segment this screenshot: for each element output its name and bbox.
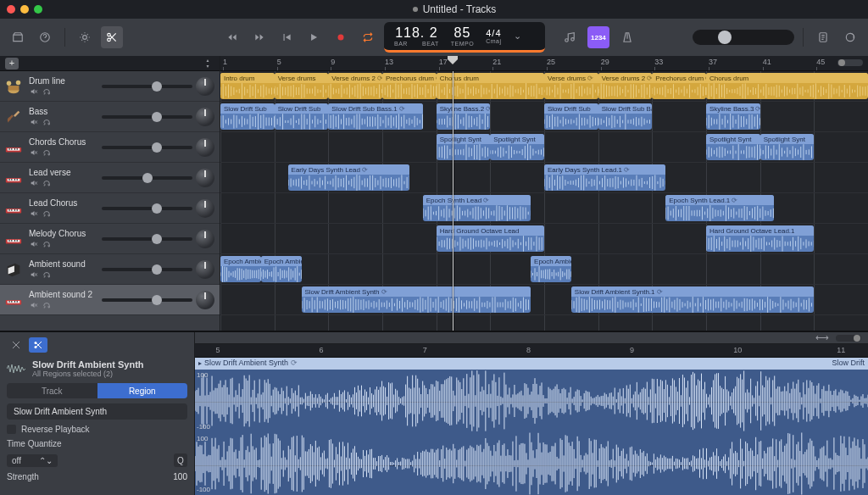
- editor-region-strip[interactable]: ▸Slow Drift Ambient Synth⟳ Slow Drift: [195, 358, 868, 370]
- audio-region[interactable]: Intro drum: [220, 73, 275, 99]
- audio-region[interactable]: Verse drums: [275, 73, 329, 99]
- track-lane[interactable]: Slow Drift Ambient Synth⟳Slow Drift Ambi…: [220, 285, 868, 315]
- record-button[interactable]: [331, 28, 350, 47]
- playhead-marker[interactable]: [448, 56, 458, 64]
- audio-region[interactable]: Slow Drift Ambient Synth.1⟳: [571, 286, 815, 313]
- audio-region[interactable]: Prechorus drum⟳: [652, 73, 706, 99]
- chevron-down-icon[interactable]: ⌄: [514, 31, 521, 42]
- loops-button[interactable]: [839, 26, 861, 48]
- strength-value[interactable]: 100: [173, 472, 187, 481]
- track-row[interactable]: Ambient sound: [0, 254, 220, 285]
- cycle-button[interactable]: [359, 28, 377, 47]
- track-row[interactable]: Melody Chorus: [0, 224, 220, 254]
- track-volume-slider[interactable]: [102, 85, 192, 88]
- track-row[interactable]: Lead Chorus: [0, 193, 220, 224]
- track-lane[interactable]: Early Days Synth Lead⟳Early Days Synth L…: [220, 163, 868, 193]
- headphones-button[interactable]: [42, 148, 52, 158]
- forward-button[interactable]: [250, 28, 269, 47]
- track-pan-knob[interactable]: [196, 291, 214, 309]
- editor-waveform[interactable]: 100 -100 100 -100: [195, 370, 868, 495]
- audio-region[interactable]: Epoch Ambien: [531, 256, 571, 282]
- mute-button[interactable]: [29, 179, 39, 188]
- mute-button[interactable]: [29, 118, 39, 127]
- track-row[interactable]: Bass: [0, 102, 220, 132]
- track-filter-button[interactable]: [201, 58, 214, 70]
- quantize-select[interactable]: off⌃⌄: [7, 454, 58, 467]
- track-pan-knob[interactable]: [196, 169, 214, 187]
- audio-region[interactable]: Prechorus drum⟳: [382, 73, 437, 99]
- scissors-button[interactable]: [101, 26, 123, 48]
- track-volume-slider[interactable]: [102, 207, 192, 210]
- audio-region[interactable]: Spotlight Synt: [760, 134, 815, 160]
- track-lane[interactable]: Epoch AmbienEpoch AmbienEpoch Ambien: [220, 254, 868, 285]
- timeline-ruler[interactable]: 159131721252933374145: [220, 56, 868, 71]
- audio-region[interactable]: Early Days Synth Lead.1⟳: [544, 164, 665, 191]
- mute-button[interactable]: [29, 270, 39, 280]
- audio-region[interactable]: Slow Drift Sub: [220, 103, 275, 130]
- track-lane[interactable]: Spotlight SyntSpotlight SyntSpotlight Sy…: [220, 132, 868, 163]
- headphones-button[interactable]: [42, 87, 52, 97]
- horizontal-zoom[interactable]: [837, 59, 863, 66]
- track-volume-slider[interactable]: [102, 298, 192, 302]
- track-row[interactable]: Chords Chorus: [0, 132, 220, 163]
- minimize-icon[interactable]: [20, 5, 29, 14]
- audio-region[interactable]: Spotlight Synt: [706, 134, 760, 160]
- mute-button[interactable]: [29, 240, 39, 249]
- audio-region[interactable]: Hard Ground Octave Lead.1: [706, 225, 814, 252]
- audio-region[interactable]: Chorus drum: [706, 73, 868, 99]
- audio-region[interactable]: Skyline Bass.2⟳: [437, 103, 491, 130]
- track-volume-slider[interactable]: [102, 268, 192, 271]
- reverse-playback-checkbox[interactable]: Reverse Playback: [7, 425, 187, 434]
- track-pan-knob[interactable]: [196, 108, 214, 126]
- help-button[interactable]: [34, 26, 56, 48]
- track-lane[interactable]: Hard Ground Octave LeadHard Ground Octav…: [220, 224, 868, 254]
- headphones-button[interactable]: [42, 209, 52, 219]
- mute-button[interactable]: [29, 209, 39, 219]
- audio-region[interactable]: Skyline Bass.3⟳: [706, 103, 760, 130]
- track-pan-knob[interactable]: [196, 230, 214, 248]
- library-button[interactable]: [7, 26, 29, 48]
- audio-region[interactable]: Verse drums 2⟳: [328, 73, 382, 99]
- headphones-button[interactable]: [42, 270, 52, 280]
- add-track-button[interactable]: +: [5, 58, 19, 70]
- audio-region[interactable]: Slow Drift Sub: [275, 103, 329, 130]
- track-volume-slider[interactable]: [102, 237, 192, 241]
- play-button[interactable]: [304, 28, 323, 47]
- rewind-button[interactable]: [223, 28, 242, 47]
- audio-region[interactable]: Slow Drift Sub Bass.5⟳: [598, 103, 653, 130]
- maximize-icon[interactable]: [34, 5, 42, 14]
- audio-region[interactable]: Verse drums 2⟳: [598, 73, 653, 99]
- audio-region[interactable]: Spotlight Synt: [490, 134, 544, 160]
- track-lane[interactable]: Slow Drift SubSlow Drift SubSlow Drift S…: [220, 102, 868, 132]
- track-pan-knob[interactable]: [196, 77, 214, 96]
- count-in-button[interactable]: 1234: [587, 26, 609, 48]
- headphones-button[interactable]: [42, 240, 52, 249]
- track-volume-slider[interactable]: [102, 146, 192, 149]
- editor-mode-segment[interactable]: Track Region: [7, 383, 187, 398]
- headphones-button[interactable]: [42, 301, 52, 310]
- track-row[interactable]: Ambient sound 2: [0, 285, 220, 315]
- playhead[interactable]: [453, 71, 453, 331]
- audio-region[interactable]: Slow Drift Sub: [544, 103, 598, 130]
- track-lane[interactable]: Epoch Synth Lead⟳Epoch Synth Lead.1⟳: [220, 193, 868, 224]
- quantize-apply-button[interactable]: Q: [174, 453, 187, 467]
- audio-region[interactable]: Early Days Synth Lead⟳: [288, 164, 409, 191]
- track-volume-slider[interactable]: [102, 115, 192, 119]
- track-volume-slider[interactable]: [102, 176, 192, 180]
- track-lane[interactable]: Intro drumVerse drumsVerse drums 2⟳Prech…: [220, 71, 868, 102]
- headphones-button[interactable]: [42, 118, 52, 127]
- headphones-button[interactable]: [42, 179, 52, 188]
- editor-mode-track[interactable]: Track: [7, 383, 97, 398]
- track-row[interactable]: Lead verse: [0, 163, 220, 193]
- close-icon[interactable]: [7, 5, 15, 14]
- metronome-button[interactable]: [616, 26, 638, 48]
- editor-mode-region[interactable]: Region: [97, 383, 188, 398]
- track-pan-knob[interactable]: [196, 138, 214, 157]
- audio-region[interactable]: Epoch Ambien: [261, 256, 302, 282]
- editor-name-field[interactable]: Slow Drift Ambient Synth: [7, 403, 187, 420]
- editor-tab-region[interactable]: [29, 337, 47, 353]
- track-pan-knob[interactable]: [196, 260, 214, 279]
- audio-region[interactable]: Epoch Ambien: [220, 256, 261, 282]
- mute-button[interactable]: [29, 148, 39, 158]
- audio-region[interactable]: Spotlight Synt: [437, 134, 491, 160]
